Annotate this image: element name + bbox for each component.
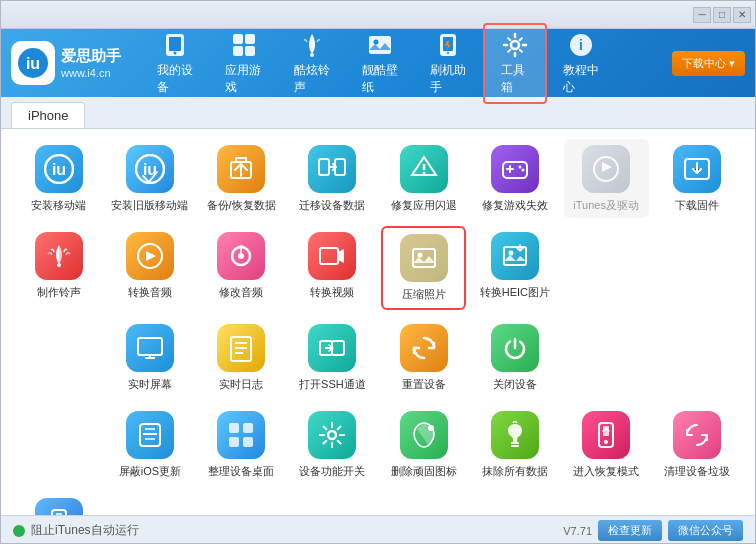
svg-rect-3 xyxy=(169,37,181,51)
svg-rect-63 xyxy=(511,442,519,444)
tool-organize-desktop[interactable]: 整理设备桌面 xyxy=(199,405,284,484)
device-tab-iphone[interactable]: iPhone xyxy=(11,102,85,128)
svg-point-26 xyxy=(422,172,425,175)
svg-rect-58 xyxy=(243,423,253,433)
svg-point-4 xyxy=(174,51,177,54)
download-firmware-icon xyxy=(673,145,721,193)
tool-make-ringtone[interactable]: 制作铃声 xyxy=(16,226,101,309)
tool-modify-audio[interactable]: 修改音频 xyxy=(199,226,284,309)
tool-clean-junk[interactable]: 清理设备垃圾 xyxy=(655,405,740,484)
tool-convert-audio-label: 转换音频 xyxy=(128,285,172,299)
convert-video-icon xyxy=(308,232,356,280)
flash-icon xyxy=(434,31,462,59)
tab-tutorial[interactable]: i 教程中心 xyxy=(547,25,615,102)
tab-mydevice-label: 我的设备 xyxy=(157,62,193,96)
tool-migrate[interactable]: 迁移设备数据 xyxy=(290,139,375,218)
tool-recovery-mode[interactable]: 进入恢复模式 xyxy=(564,405,649,484)
minimize-button[interactable]: ─ xyxy=(693,7,711,23)
clean-junk-icon xyxy=(673,411,721,459)
tool-clean-junk-label: 清理设备垃圾 xyxy=(664,464,730,478)
svg-rect-23 xyxy=(319,159,329,175)
svg-point-42 xyxy=(417,253,422,258)
tool-organize-desktop-label: 整理设备桌面 xyxy=(208,464,274,478)
tool-device-functions[interactable]: 设备功能开关 xyxy=(290,405,375,484)
status-left: 阻止iTunes自动运行 xyxy=(13,522,139,539)
close-button[interactable]: ✕ xyxy=(733,7,751,23)
header: iu 爱思助手 www.i4.cn 我的设备 应用游戏 酷 xyxy=(1,29,755,97)
tab-ringtones[interactable]: 酷炫铃声 xyxy=(278,25,346,102)
tool-wipe-data-label: 抹除所有数据 xyxy=(482,464,548,478)
tool-itunes-drive[interactable]: iTunes及驱动 xyxy=(564,139,649,218)
svg-rect-64 xyxy=(511,445,519,447)
repair-app-icon xyxy=(400,145,448,193)
compress-photo-icon xyxy=(400,234,448,282)
tool-convert-audio[interactable]: 转换音频 xyxy=(107,226,192,309)
svg-point-9 xyxy=(310,53,314,57)
tool-install-app[interactable]: iu 安装移动端 xyxy=(16,139,101,218)
tool-install-app-label: 安装移动端 xyxy=(31,198,86,212)
tool-realtime-log[interactable]: 实时日志 xyxy=(199,318,284,397)
svg-rect-8 xyxy=(245,46,255,56)
tool-activate[interactable]: 反激活设备 xyxy=(16,492,101,515)
svg-point-38 xyxy=(239,245,243,249)
tab-tools[interactable]: 工具箱 xyxy=(483,23,547,104)
tab-ringtones-label: 酷炫铃声 xyxy=(294,62,330,96)
tab-apps[interactable]: 应用游戏 xyxy=(209,25,277,102)
repair-game-icon xyxy=(491,145,539,193)
tool-install-itunes-app[interactable]: iu 安装旧版移动端 xyxy=(107,139,192,218)
tool-repair-app[interactable]: 修复应用闪退 xyxy=(381,139,466,218)
tab-flash[interactable]: 刷机助手 xyxy=(414,25,482,102)
shutdown-icon xyxy=(491,324,539,372)
svg-rect-59 xyxy=(229,437,239,447)
tool-remove-icons[interactable]: 删除顽固图标 xyxy=(381,405,466,484)
svg-point-11 xyxy=(374,39,379,44)
mydevice-icon xyxy=(161,31,189,59)
backup-restore-icon xyxy=(217,145,265,193)
tool-ssh-tunnel[interactable]: 打开SSH通道 xyxy=(290,318,375,397)
tool-convert-video[interactable]: 转换视频 xyxy=(290,226,375,309)
tool-repair-game-label: 修复游戏失效 xyxy=(482,198,548,212)
tool-download-firmware[interactable]: 下载固件 xyxy=(655,139,740,218)
svg-point-62 xyxy=(428,425,434,431)
tool-itunes-drive-label: iTunes及驱动 xyxy=(573,198,639,212)
check-update-button[interactable]: 检查更新 xyxy=(598,520,662,541)
tool-realtime-screen[interactable]: 实时屏幕 xyxy=(107,318,192,397)
tab-wallpaper[interactable]: 靓酷壁纸 xyxy=(346,25,414,102)
svg-rect-7 xyxy=(233,46,243,56)
tool-repair-app-label: 修复应用闪退 xyxy=(391,198,457,212)
realtime-screen-icon xyxy=(126,324,174,372)
svg-text:iu: iu xyxy=(52,161,66,178)
tool-migrate-label: 迁移设备数据 xyxy=(299,198,365,212)
tool-recovery-mode-label: 进入恢复模式 xyxy=(573,464,639,478)
tool-repair-game[interactable]: 修复游戏失效 xyxy=(472,139,557,218)
tools-icon xyxy=(501,31,529,59)
tool-realtime-log-label: 实时日志 xyxy=(219,377,263,391)
svg-point-37 xyxy=(238,253,244,259)
apps-icon xyxy=(230,31,258,59)
ssh-tunnel-icon xyxy=(308,324,356,372)
svg-rect-45 xyxy=(138,338,162,355)
tool-shutdown[interactable]: 关闭设备 xyxy=(472,318,557,397)
tool-compress-photo[interactable]: 压缩照片 xyxy=(381,226,466,309)
tool-reset-settings[interactable]: 重置设备 xyxy=(381,318,466,397)
status-bar: 阻止iTunes自动运行 V7.71 检查更新 微信公众号 xyxy=(1,515,755,544)
header-right: 下载中心 ▾ xyxy=(615,51,745,76)
nav-tabs: 我的设备 应用游戏 酷炫铃声 靓酷壁纸 刷机助手 xyxy=(141,23,615,104)
tutorial-icon: i xyxy=(567,31,595,59)
download-center-button[interactable]: 下载中心 ▾ xyxy=(672,51,745,76)
main-content: iu 安装移动端 iu 安装旧版移动端 备份/恢复数据 迁移设备数据 xyxy=(1,129,755,515)
logo-area: iu 爱思助手 www.i4.cn xyxy=(11,41,141,85)
make-ringtone-icon xyxy=(35,232,83,280)
tool-update-ios-label: 屏蔽iOS更新 xyxy=(119,464,181,478)
tool-backup-restore[interactable]: 备份/恢复数据 xyxy=(199,139,284,218)
convert-audio-icon xyxy=(126,232,174,280)
tool-convert-heic[interactable]: 转换HEIC图片 xyxy=(472,226,557,309)
tool-wipe-data[interactable]: 抹除所有数据 xyxy=(472,405,557,484)
tab-apps-label: 应用游戏 xyxy=(225,62,261,96)
wechat-button[interactable]: 微信公众号 xyxy=(668,520,743,541)
tool-make-ringtone-label: 制作铃声 xyxy=(37,285,81,299)
tool-convert-heic-label: 转换HEIC图片 xyxy=(480,285,550,299)
tab-mydevice[interactable]: 我的设备 xyxy=(141,25,209,102)
maximize-button[interactable]: □ xyxy=(713,7,731,23)
tool-update-ios[interactable]: 屏蔽iOS更新 xyxy=(107,405,192,484)
